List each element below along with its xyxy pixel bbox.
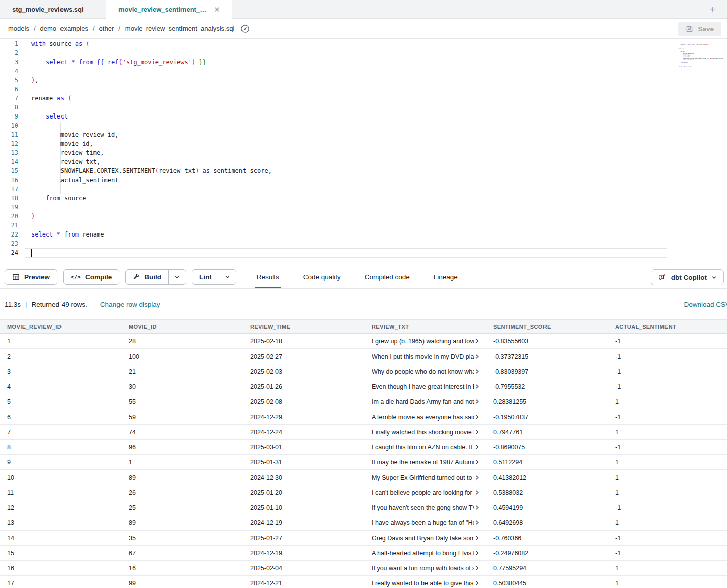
code-line[interactable]: 6 [0, 85, 727, 94]
table-row: 13892024-12-19I have always been a huge … [0, 515, 727, 531]
table-row: 11262025-01-20I can't believe people are… [0, 485, 727, 500]
cell-actual_sentiment: -1 [608, 504, 727, 511]
download-csv-link[interactable]: Download CSV [684, 301, 727, 308]
tab-compiled-code[interactable]: Compiled code [364, 265, 411, 288]
line-number: 22 [0, 230, 24, 239]
expand-cell-chevron-icon[interactable] [475, 475, 479, 480]
cell-review_txt: My Super Ex Girlfriend turned out to b… [365, 474, 486, 481]
code-line[interactable]: 7rename as ( [0, 94, 727, 103]
line-number: 20 [0, 212, 24, 221]
tab-lineage[interactable]: Lineage [433, 265, 459, 288]
preview-button[interactable]: Preview [5, 269, 57, 285]
code-line[interactable]: 5), [0, 76, 727, 85]
code-line[interactable]: 22select * from rename [0, 230, 727, 239]
code-line[interactable]: 13 review_time, [0, 148, 727, 157]
column-header-review_txt: REVIEW_TXT [365, 324, 486, 330]
file-path-bar: models/demo_examples/other/movie_review_… [0, 19, 727, 39]
code-line[interactable]: 9 select [0, 112, 727, 121]
expand-cell-chevron-icon[interactable] [475, 505, 479, 510]
cell-sentiment_score: -0.83555603 [486, 338, 608, 345]
save-button[interactable]: Save [678, 22, 721, 36]
expand-cell-chevron-icon[interactable] [475, 354, 479, 359]
code-text: select * from rename [24, 230, 104, 239]
cell-actual_sentiment: -1 [608, 368, 727, 375]
build-dropdown-button[interactable] [169, 270, 186, 284]
lint-label: Lint [199, 273, 212, 281]
expand-cell-chevron-icon[interactable] [475, 535, 479, 541]
expand-cell-chevron-icon[interactable] [475, 550, 479, 556]
expand-cell-chevron-icon[interactable] [475, 369, 479, 374]
expand-cell-chevron-icon[interactable] [475, 490, 479, 495]
file-tab-1[interactable]: movie_review_sentiment_… [106, 0, 232, 19]
lint-dropdown-button[interactable] [219, 270, 236, 284]
close-tab-icon[interactable] [214, 7, 220, 12]
cell-sentiment_score: -0.37372315 [486, 353, 608, 360]
code-text [24, 67, 31, 76]
expand-cell-chevron-icon[interactable] [475, 459, 479, 465]
code-line[interactable]: 10 [0, 121, 727, 130]
tab-code-quality[interactable]: Code quality [302, 265, 342, 288]
expand-cell-chevron-icon[interactable] [475, 338, 479, 344]
build-button[interactable]: Build [126, 270, 169, 284]
code-line[interactable]: 3 select * from {{ ref('stg_movie_review… [0, 57, 727, 67]
code-line[interactable]: 1with source as ( [0, 39, 727, 48]
code-line[interactable]: 19 [0, 203, 727, 212]
cell-review_time: 2024-12-30 [243, 474, 365, 481]
code-line[interactable]: 4 [0, 67, 727, 76]
line-number: 10 [0, 121, 24, 130]
code-line[interactable]: 2 [0, 48, 727, 57]
expand-cell-chevron-icon[interactable] [475, 520, 479, 525]
code-line[interactable]: 17 [0, 185, 727, 194]
change-row-display-link[interactable]: Change row display [100, 301, 160, 308]
cell-actual_sentiment: -1 [608, 353, 727, 360]
table-row: 5552025-02-08Im a die hard Dads Army fan… [0, 394, 727, 409]
expand-cell-chevron-icon[interactable] [475, 414, 479, 420]
code-line[interactable]: 8 [0, 103, 727, 112]
file-tab-0[interactable]: stg_movie_reviews.sql [0, 0, 106, 18]
cell-review_time: 2025-01-31 [243, 459, 365, 466]
review-text: A terrible movie as everyone has said. … [372, 414, 474, 421]
code-line[interactable]: 24 [0, 248, 727, 257]
cell-actual_sentiment: -1 [608, 535, 727, 542]
code-text: SNOWFLAKE.CORTEX.SENTIMENT(review_txt) a… [24, 166, 272, 175]
code-line[interactable]: 21 [0, 221, 727, 230]
code-line[interactable]: 15 SNOWFLAKE.CORTEX.SENTIMENT(review_txt… [0, 166, 727, 175]
code-text: from source [24, 194, 86, 203]
table-row: 21002025-02-27When I put this movie in m… [0, 349, 727, 364]
code-line[interactable]: 11 movie_review_id, [0, 130, 727, 139]
code-line[interactable]: 20) [0, 212, 727, 221]
sql-code-editor[interactable]: 1with source as (23 select * from {{ ref… [0, 39, 727, 265]
expand-cell-chevron-icon[interactable] [475, 580, 479, 586]
file-copilot-icon[interactable] [240, 24, 250, 33]
expand-cell-chevron-icon[interactable] [475, 565, 479, 571]
new-tab-button[interactable]: + [706, 2, 719, 16]
expand-cell-chevron-icon[interactable] [475, 444, 479, 450]
cell-actual_sentiment: -1 [608, 550, 727, 557]
review-text: If you want a fun romp with loads of s… [372, 565, 474, 572]
cell-sentiment_score: -0.19507837 [486, 414, 608, 421]
cell-movie_id: 55 [122, 398, 243, 405]
code-line[interactable]: 16 actual_sentiment [0, 175, 727, 185]
line-number: 1 [0, 39, 24, 48]
code-text [24, 185, 31, 194]
code-line[interactable]: 18 from source [0, 194, 727, 203]
code-line[interactable]: 14 review_txt, [0, 157, 727, 166]
cell-actual_sentiment: 1 [608, 489, 727, 496]
expand-cell-chevron-icon[interactable] [475, 429, 479, 435]
code-line[interactable]: 12 movie_id, [0, 139, 727, 148]
cell-review_time: 2025-02-27 [243, 353, 365, 360]
code-minimap[interactable]: with source as ( select * from {{ ref('s… [671, 42, 726, 107]
dbt-copilot-button[interactable]: dbt Copilot [651, 269, 724, 285]
review-text: It may be the remake of 1987 Autumn'… [372, 459, 474, 466]
tab-results[interactable]: Results [256, 265, 280, 288]
code-text [671, 69, 678, 70]
expand-cell-chevron-icon[interactable] [475, 399, 479, 404]
line-number: 12 [0, 139, 24, 148]
expand-cell-chevron-icon[interactable] [475, 384, 479, 389]
lint-button[interactable]: Lint [192, 270, 219, 284]
review-text: If you haven't seen the gong show TV s… [372, 504, 474, 511]
line-number: 6 [0, 85, 24, 94]
review-text: I really wanted to be able to give this … [372, 580, 474, 587]
code-line[interactable]: 23 [0, 239, 727, 248]
compile-button[interactable]: </> Compile [63, 269, 119, 285]
